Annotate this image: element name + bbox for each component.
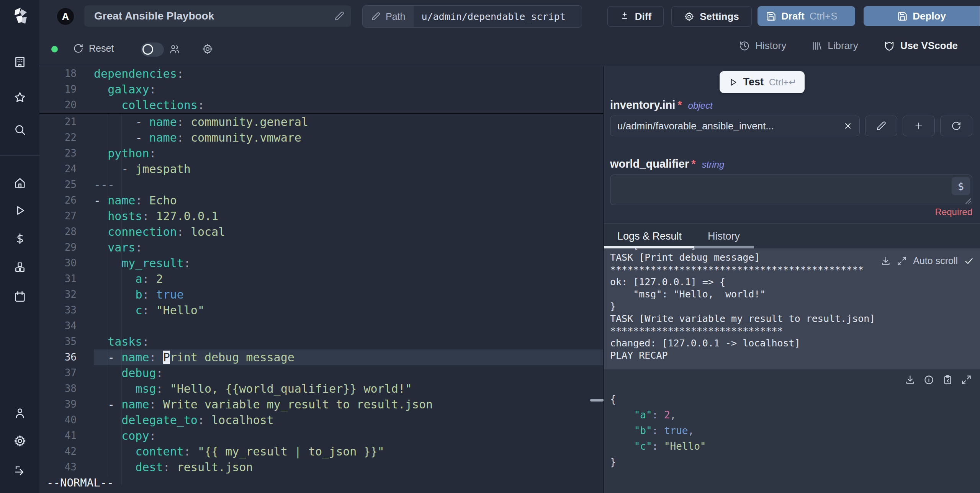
code-line-20[interactable]: 20 collections: — [39, 97, 603, 113]
code-line-26[interactable]: 26- name: Echo — [39, 193, 603, 208]
code-line-18[interactable]: 18dependencies: — [39, 66, 603, 82]
download-result-icon[interactable] — [905, 375, 915, 385]
code-line-28[interactable]: 28 connection: local — [39, 224, 603, 240]
settings-button[interactable]: Settings — [671, 6, 752, 27]
sidebar-item-logout-icon[interactable] — [13, 464, 26, 477]
code-line-35[interactable]: 35 tasks: — [39, 334, 603, 349]
gear-icon — [684, 11, 694, 22]
mode-toggle[interactable] — [141, 42, 164, 57]
world-qualifier-textarea[interactable]: $ — [610, 175, 972, 205]
deploy-button[interactable]: Deploy — [864, 10, 980, 22]
code-line-40[interactable]: 40 delegate_to: localhost — [39, 412, 603, 428]
code-line-34[interactable]: 34 — [39, 318, 603, 334]
log-output[interactable]: ok: [127.0.0.1] TASK [Print debug messag… — [604, 248, 980, 369]
code-line-33[interactable]: 33 c: "Hello" — [39, 302, 603, 318]
info-icon[interactable] — [924, 375, 934, 385]
code-editor[interactable]: 18dependencies:19 galaxy:20 collections:… — [39, 66, 603, 493]
code-line-22[interactable]: 22 - name: community.vmware — [39, 130, 603, 145]
edit-resource-button[interactable] — [865, 116, 897, 136]
code-line-32[interactable]: 32 b: true — [39, 287, 603, 302]
panel-split-divider[interactable] — [603, 66, 604, 493]
use-vscode-button[interactable]: Use VScode — [883, 40, 958, 52]
sidebar-item-building-icon[interactable] — [13, 56, 26, 69]
line-number: 20 — [39, 97, 94, 113]
collaborators-icon[interactable] — [169, 43, 180, 55]
script-title-box[interactable]: Great Ansible Playbook — [84, 5, 351, 27]
line-content: - name: Print debug message — [94, 349, 603, 365]
split-drag-handle[interactable] — [590, 399, 604, 402]
code-line-37[interactable]: 37 debug: — [39, 365, 603, 381]
sidebar-item-play-icon[interactable] — [13, 204, 26, 217]
code-line-38[interactable]: 38 msg: "Hello, {{world_qualifier}} worl… — [39, 381, 603, 397]
sidebar-item-home-icon[interactable] — [13, 176, 26, 189]
result-json[interactable]: { "a": 2, "b": true, "c": "Hello" } — [610, 392, 980, 470]
edit-title-pencil-icon[interactable] — [334, 11, 344, 21]
settings-label: Settings — [700, 11, 739, 23]
diff-button[interactable]: Diff — [607, 6, 664, 27]
code-line-23[interactable]: 23 python: — [39, 145, 603, 161]
inventory-input-row: u/admin/favorable_ansible_invent... — [610, 116, 972, 136]
variable-picker-button[interactable]: $ — [952, 177, 970, 195]
expand-result-icon[interactable] — [961, 375, 972, 385]
app-logo-icon[interactable] — [10, 6, 30, 26]
refresh-resource-button[interactable] — [940, 116, 972, 136]
code-line-41[interactable]: 41 copy: — [39, 428, 603, 444]
line-content: collections: — [94, 97, 603, 113]
log-toolbar: Auto scroll — [881, 255, 974, 266]
reset-button[interactable]: Reset — [73, 43, 114, 54]
line-content: b: true — [94, 287, 603, 302]
sidebar-item-gear-icon[interactable] — [13, 434, 26, 447]
code-line-24[interactable]: 24 - jmespath — [39, 161, 603, 177]
draft-button[interactable]: Draft Ctrl+S — [757, 6, 855, 26]
line-content: --- — [94, 177, 603, 193]
sidebar-item-calendar-icon[interactable] — [13, 290, 26, 303]
copy-clipboard-icon[interactable] — [942, 375, 953, 385]
topbar: A Great Ansible Playbook Path u/admin/de… — [39, 0, 980, 66]
sidebar-item-star-icon[interactable] — [13, 91, 26, 104]
check-icon[interactable] — [964, 256, 974, 266]
sidebar-item-person-icon[interactable] — [13, 406, 26, 420]
line-content: - jmespath — [94, 161, 603, 177]
resize-handle[interactable] — [965, 198, 971, 204]
sidebar-item-dollar-icon[interactable] — [13, 232, 26, 245]
editor-settings-gear-icon[interactable] — [202, 43, 213, 55]
code-line-19[interactable]: 19 galaxy: — [39, 82, 603, 97]
search-icon — [13, 123, 26, 136]
line-number: 41 — [39, 428, 94, 444]
code-line-36[interactable]: 36 - name: Print debug message — [39, 349, 603, 365]
sidebar-item-search-icon[interactable] — [13, 123, 26, 136]
tab-logs-result[interactable]: Logs & Result — [617, 230, 682, 242]
line-number: 24 — [39, 161, 94, 177]
code-line-29[interactable]: 29 vars: — [39, 240, 603, 255]
code-line-42[interactable]: 42 content: "{{ my_result | to_json }}" — [39, 444, 603, 459]
test-button[interactable]: Test Ctrl+↵ — [720, 71, 805, 93]
clear-icon[interactable] — [843, 121, 852, 131]
code-line-31[interactable]: 31 a: 2 — [39, 271, 603, 287]
code-line-21[interactable]: 21 - name: community.general — [39, 114, 603, 130]
path-label: Path — [386, 11, 405, 22]
add-resource-button[interactable] — [903, 116, 935, 136]
code-line-27[interactable]: 27 hosts: 127.0.0.1 — [39, 208, 603, 224]
code-line-25[interactable]: 25--- — [39, 177, 603, 193]
tab-history[interactable]: History — [708, 230, 740, 242]
sidebar-item-cubes-icon[interactable] — [13, 261, 26, 274]
download-log-icon[interactable] — [881, 256, 891, 266]
line-content: vars: — [94, 240, 603, 255]
line-number: 42 — [39, 444, 94, 459]
save-icon — [897, 11, 908, 21]
inventory-input[interactable]: u/admin/favorable_ansible_invent... — [610, 116, 860, 136]
code-line-30[interactable]: 30 my_result: — [39, 255, 603, 271]
dollar-icon — [13, 232, 26, 245]
code-line-39[interactable]: 39 - name: Write variable my_result to r… — [39, 397, 603, 412]
vim-status: --NORMAL-- — [47, 476, 118, 489]
expand-log-icon[interactable] — [897, 256, 907, 266]
history-button[interactable]: History — [739, 40, 786, 52]
code-line-43[interactable]: 43 dest: result.json — [39, 459, 603, 475]
pencil-icon — [876, 121, 886, 131]
library-button[interactable]: Library — [811, 40, 858, 52]
autoscroll-label[interactable]: Auto scroll — [913, 255, 958, 266]
line-number: 21 — [39, 114, 94, 130]
diff-label: Diff — [635, 11, 651, 23]
path-button[interactable]: Path u/admin/dependable_script — [362, 5, 582, 28]
code-line-44[interactable]: 44 — [39, 475, 603, 491]
